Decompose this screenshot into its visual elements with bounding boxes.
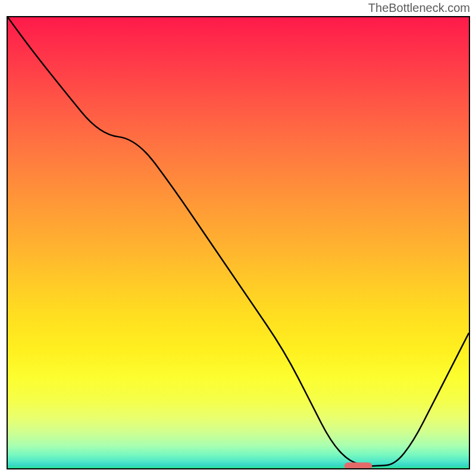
optimal-marker (345, 462, 372, 468)
chart-plot-area (7, 16, 470, 469)
chart-svg (8, 17, 469, 468)
watermark-text: TheBottleneck.com (368, 1, 470, 15)
bottleneck-curve-line (8, 17, 469, 466)
